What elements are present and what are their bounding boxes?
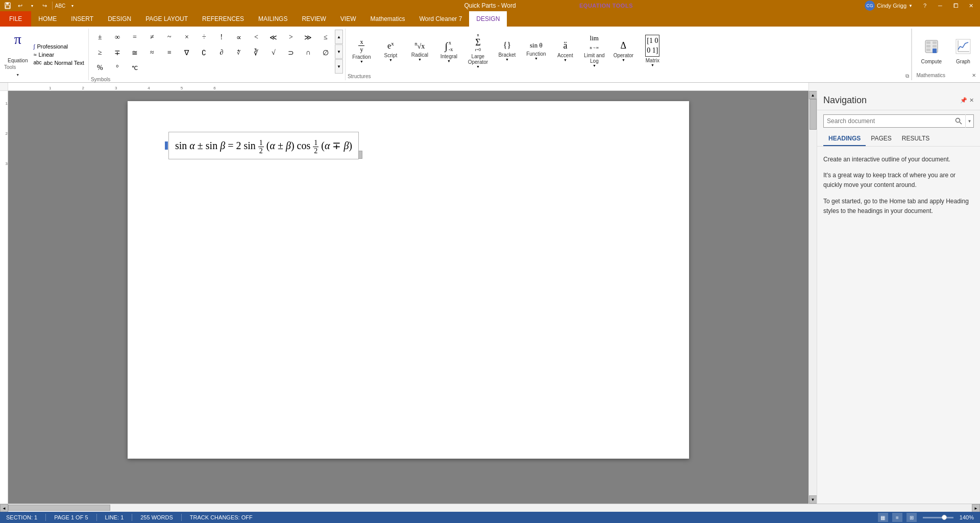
matrix-dropdown[interactable]: ▼ [651,63,654,67]
tab-home[interactable]: HOME [31,11,64,27]
spelling-dropdown[interactable]: ▼ [67,1,78,11]
sym-leq[interactable]: ≤ [316,30,335,45]
sym-mp[interactable]: ∓ [108,45,127,60]
large-operator-dropdown[interactable]: ▼ [476,65,480,68]
nav-search-input[interactable] [824,116,952,126]
tab-review[interactable]: REVIEW [295,11,333,27]
tab-mathematics[interactable]: Mathematics [363,11,412,27]
view-web-button[interactable]: ⊞ [906,513,917,522]
sym-inf[interactable]: ∞ [108,30,127,45]
sym-deg[interactable]: ° [108,60,127,76]
tab-file[interactable]: FILE [0,11,31,27]
tab-eq-design[interactable]: DESIGN [469,11,507,27]
equation-button[interactable]: π Equation ▼ [4,31,31,78]
limit-log-button[interactable]: limn→∞ Limit and Log ▼ [580,32,608,69]
sym-tilde[interactable]: ~ [160,30,179,45]
sym-cbrt[interactable]: ∛ [247,45,265,60]
user-dropdown-icon[interactable]: ▼ [909,4,913,8]
limit-log-dropdown[interactable]: ▼ [593,64,596,67]
scroll-right-button[interactable]: ► [972,504,980,512]
sym-gg[interactable]: ≫ [299,30,317,45]
tab-word-cleaner[interactable]: Word Cleaner 7 [412,11,470,27]
sym-cong[interactable]: ≅ [126,45,144,60]
bracket-button[interactable]: {} Bracket ▼ [493,38,521,63]
sym-lt[interactable]: < [247,30,265,45]
sym-scroll-up[interactable]: ▲ [335,30,343,44]
sym-geq[interactable]: ≥ [91,45,109,60]
scroll-left-button[interactable]: ◄ [0,504,8,512]
user-badge[interactable]: CG Cindy Grigg ▼ [865,1,913,11]
sym-ll[interactable]: ≪ [264,30,283,45]
restore-button[interactable]: ⧠ [948,0,963,11]
nav-tab-pages[interactable]: PAGES [866,132,896,146]
script-button[interactable]: ex Script ▼ [377,38,405,64]
integral-dropdown[interactable]: ▼ [447,59,451,63]
tab-insert[interactable]: INSERT [64,11,101,27]
save-button[interactable] [2,1,13,11]
script-dropdown[interactable]: ▼ [389,58,393,62]
scroll-thumb[interactable] [810,99,817,130]
fraction-button[interactable]: xy Fraction ▼ [348,36,376,66]
sym-neq[interactable]: ≠ [143,30,161,45]
redo-button[interactable]: ↪ [39,1,50,11]
help-button[interactable]: ? [918,0,932,11]
undo-button[interactable]: ↩ [14,1,26,11]
fraction-dropdown[interactable]: ▼ [360,60,363,63]
close-button[interactable]: ✕ [964,0,978,11]
nav-pin-button[interactable]: 📌 [960,97,967,104]
matrix-button[interactable]: [1 00 1] Matrix ▼ [639,33,667,68]
sym-pct[interactable]: % [91,60,109,76]
integral-button[interactable]: ∫x-x Integral ▼ [435,37,463,65]
spelling-button[interactable]: ABC [55,1,66,11]
tab-page-layout[interactable]: PAGE LAYOUT [138,11,195,27]
sym-times[interactable]: × [178,30,196,45]
minimize-button[interactable]: ─ [933,0,947,11]
eq-scroll-handle[interactable] [358,132,362,159]
tab-design[interactable]: DESIGN [101,11,138,27]
tab-references[interactable]: REFERENCES [195,11,251,27]
sym-prop[interactable]: ∝ [230,30,248,45]
sym-equiv[interactable]: ≡ [160,45,179,60]
nav-search-dropdown[interactable]: ▼ [965,114,973,128]
scroll-up-button[interactable]: ▲ [809,91,817,99]
zoom-slider[interactable] [923,517,953,518]
structures-expand-button[interactable]: ⧉ [905,73,909,79]
linear-option[interactable]: ≈ Linear [33,52,84,58]
sym-gt[interactable]: > [282,30,300,45]
sym-c[interactable]: ∁ [195,45,213,60]
view-read-button[interactable]: ≡ [892,513,902,522]
sym-empty[interactable]: ∅ [316,45,335,60]
sym-partial[interactable]: ∂ [212,45,231,60]
sym-scroll-down[interactable]: ▼ [335,59,343,74]
accent-dropdown[interactable]: ▼ [564,58,567,62]
sym-eq[interactable]: = [126,30,144,45]
scroll-track[interactable] [809,99,817,495]
equation-box[interactable]: sin α ± sin β = 2 sin 12 (α ± β) cos 12 … [168,132,359,159]
sym-pm[interactable]: ± [91,30,109,45]
sym-sqrt[interactable]: √ [264,45,283,60]
radical-dropdown[interactable]: ▼ [418,58,422,61]
mathematics-expand-button[interactable]: ✕ [972,73,976,78]
sym-div[interactable]: ÷ [195,30,213,45]
nav-tab-results[interactable]: RESULTS [897,132,935,146]
sym-4throot[interactable]: ∜ [230,45,248,60]
horizontal-scrollbar[interactable]: ◄ ► [0,504,980,512]
sym-approx[interactable]: ≈ [143,45,161,60]
bracket-dropdown[interactable]: ▼ [505,58,509,61]
scroll-down-button[interactable]: ▼ [809,495,817,504]
large-operator-button[interactable]: n Σ r=0 Large Operator ▼ [464,31,492,70]
function-button[interactable]: sin θ Function ▼ [522,39,550,62]
normal-text-option[interactable]: abc abc Normal Text [33,60,84,66]
sym-supset[interactable]: ⊃ [282,45,300,60]
operator-dropdown[interactable]: ▼ [622,58,625,62]
graph-button[interactable]: Graph [950,36,976,66]
nav-tab-headings[interactable]: HEADINGS [823,132,866,146]
undo-dropdown-button[interactable]: ▼ [27,1,38,11]
radical-button[interactable]: n√x Radical ▼ [406,38,434,63]
accent-button[interactable]: ä Accent ▼ [551,38,579,64]
document-area[interactable]: sin α ± sin β = 2 sin 12 (α ± β) cos 12 … [8,91,808,504]
sym-cap[interactable]: ∩ [299,45,317,60]
h-scroll-track[interactable] [8,504,972,512]
compute-button[interactable]: Compute [916,36,946,66]
sym-excl[interactable]: ! [212,30,231,45]
